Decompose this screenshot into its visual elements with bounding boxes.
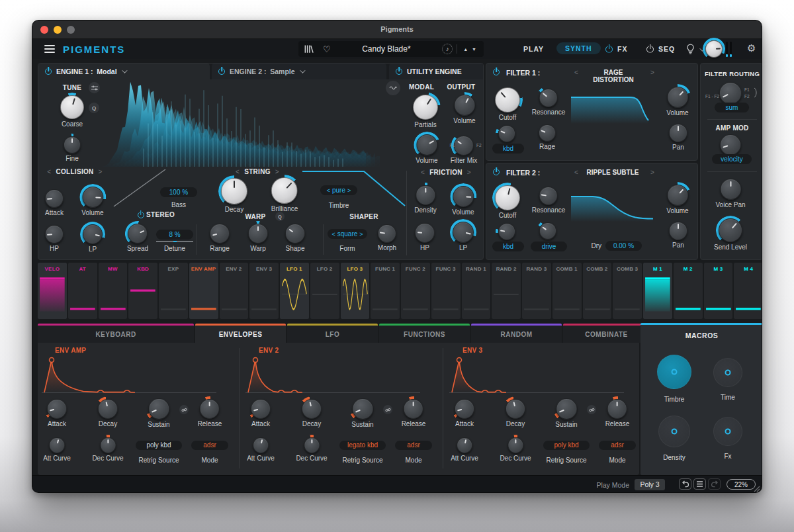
morph-knob[interactable]: Morph	[378, 224, 396, 251]
macro-density-knob[interactable]: Density	[658, 416, 690, 447]
quantize-button[interactable]: Q	[89, 103, 99, 113]
sustain-release-link-icon[interactable]	[587, 405, 596, 414]
tab-envelopes[interactable]: ENVELOPES	[195, 324, 286, 343]
mod-slot-env-3[interactable]: ENV 3	[249, 263, 279, 319]
sustain-release-link-icon[interactable]	[383, 405, 392, 414]
mod-slot-mw[interactable]: MW	[99, 263, 128, 319]
cutoff-knob[interactable]: Cutoff	[495, 185, 520, 219]
undo-button[interactable]	[679, 478, 691, 490]
tab-engine-2[interactable]: ENGINE 2 : Sample	[212, 64, 386, 79]
tab-utility-engine[interactable]: UTILITY ENGINE	[389, 64, 484, 79]
decay-knob[interactable]: Decay	[221, 178, 247, 213]
retrig-source-button[interactable]: legato kbd	[339, 441, 386, 450]
mod-slot-rand-3[interactable]: RAND 3	[522, 263, 551, 319]
filter2-drive-button[interactable]: drive	[531, 242, 567, 251]
density-knob[interactable]: Density	[414, 185, 436, 214]
favorite-heart-icon[interactable]: ♡	[323, 44, 331, 54]
filter2-drive-knob[interactable]	[539, 222, 556, 240]
sustain-knob[interactable]: Sustain	[555, 398, 577, 428]
random-preset-icon[interactable]: ♪	[442, 44, 453, 54]
attack-knob[interactable]: Attack	[251, 399, 271, 427]
filter2-type[interactable]: RIPPLE SUBTLE	[583, 169, 642, 176]
history-list-button[interactable]	[693, 478, 706, 490]
retrig-source-button[interactable]: poly kbd	[543, 441, 590, 450]
rage-knob[interactable]: Rage	[539, 124, 556, 150]
tab-functions[interactable]: FUNCTIONS	[379, 324, 470, 343]
utility-power-icon[interactable]	[396, 68, 402, 75]
filter1-type[interactable]: RAGE DISTORTION	[586, 69, 641, 83]
decay-knob[interactable]: Decay	[302, 399, 322, 427]
volume-knob[interactable]: Volume	[452, 186, 474, 216]
master-volume-knob[interactable]	[705, 40, 723, 58]
volume-knob[interactable]: Volume	[666, 87, 688, 116]
tune-settings-icon[interactable]	[89, 82, 100, 93]
amp-mod-source-button[interactable]: velocity	[712, 154, 752, 164]
warp-knob[interactable]: Warp	[248, 224, 268, 252]
redo-button[interactable]	[708, 478, 721, 490]
volume-knob[interactable]: Volume	[453, 95, 475, 124]
mod-slot-func-2[interactable]: FUNC 2	[401, 263, 430, 319]
att-curve-knob[interactable]: Att Curve	[43, 437, 71, 462]
routing-mode-button[interactable]: sum	[715, 103, 749, 112]
hp-knob[interactable]: HP	[45, 225, 64, 252]
dec-curve-knob[interactable]: Dec Curve	[500, 437, 531, 462]
volume-knob[interactable]: Volume	[416, 134, 437, 164]
collision-next-icon[interactable]: >	[94, 168, 107, 175]
mod-slot-lfo-3[interactable]: LFO 3	[341, 263, 370, 319]
fx-power-icon[interactable]	[605, 46, 613, 53]
library-icon[interactable]	[304, 44, 314, 54]
env-mode-button[interactable]: adsr	[395, 441, 432, 450]
menu-icon[interactable]	[44, 45, 55, 53]
timbre-selector[interactable]: <pure>	[320, 185, 357, 195]
filter1-next-icon[interactable]: >	[650, 69, 654, 76]
play-mode-selector[interactable]: Poly 3	[635, 479, 665, 490]
previous-preset-button[interactable]: ▲	[461, 47, 470, 52]
resonance-knob[interactable]: Resonance	[532, 89, 566, 116]
attack-knob[interactable]: Attack	[47, 399, 67, 427]
dec-curve-knob[interactable]: Dec Curve	[92, 437, 123, 462]
filter1-prev-icon[interactable]: <	[574, 69, 578, 76]
pan-knob[interactable]: Pan	[669, 222, 687, 249]
dec-curve-knob[interactable]: Dec Curve	[296, 437, 327, 462]
mod-slot-env-amp[interactable]: ENV AMP	[189, 263, 218, 319]
warp-quantize-button[interactable]: Q	[275, 212, 285, 221]
hp-knob[interactable]: HP	[415, 223, 435, 251]
mod-slot-m-2[interactable]: M 2	[674, 263, 703, 319]
macro-fx-knob[interactable]: Fx	[713, 417, 742, 446]
engine2-power-icon[interactable]	[218, 68, 225, 75]
form-selector[interactable]: <square>	[328, 229, 367, 239]
mod-slot-kbd[interactable]: KBD	[128, 263, 157, 319]
range-knob[interactable]: Range	[210, 224, 230, 252]
mod-slot-m-4[interactable]: M 4	[734, 263, 762, 319]
mod-slot-comb-2[interactable]: COMB 2	[583, 263, 612, 319]
retrig-source-button[interactable]: poly kbd	[136, 441, 182, 450]
att-curve-knob[interactable]: Att Curve	[451, 437, 478, 462]
string-prev-icon[interactable]: <	[231, 168, 244, 175]
shape-knob[interactable]: Shape	[285, 224, 305, 252]
resonance-knob[interactable]: Resonance	[532, 187, 566, 214]
mod-slot-comb-1[interactable]: COMB 1	[552, 263, 582, 319]
tab-synth[interactable]: SYNTH	[556, 42, 601, 54]
sustain-knob[interactable]: Sustain	[351, 398, 373, 428]
filter2-prev-icon[interactable]: <	[574, 169, 578, 176]
mod-slot-exp[interactable]: EXP	[159, 263, 188, 319]
mod-slot-rand-2[interactable]: RAND 2	[492, 263, 521, 319]
detune-slider[interactable]	[156, 241, 193, 242]
macro-timbre-knob[interactable]: Timbre	[657, 355, 691, 389]
tab-lfo[interactable]: LFO	[287, 324, 378, 343]
tab-play[interactable]: PLAY	[523, 45, 544, 53]
cutoff-knob[interactable]: Cutoff	[495, 87, 520, 121]
env-mode-button[interactable]: adsr	[599, 441, 636, 450]
att-curve-knob[interactable]: Att Curve	[247, 437, 275, 462]
wavetable-icon[interactable]	[386, 81, 400, 95]
release-knob[interactable]: Release	[198, 399, 222, 427]
collision-prev-icon[interactable]: <	[42, 168, 56, 175]
filter-routing-knob[interactable]	[719, 82, 742, 105]
coarse-knob[interactable]: Coarse	[60, 95, 84, 128]
attack-knob[interactable]: Attack	[45, 189, 64, 216]
mod-slot-lfo-2[interactable]: LFO 2	[310, 263, 339, 319]
filter1-power-icon[interactable]	[493, 69, 500, 75]
mod-slot-func-3[interactable]: FUNC 3	[431, 263, 461, 319]
filter-mix-knob[interactable]: Filter Mix	[451, 136, 478, 164]
mod-slot-comb-3[interactable]: COMB 3	[613, 263, 642, 319]
